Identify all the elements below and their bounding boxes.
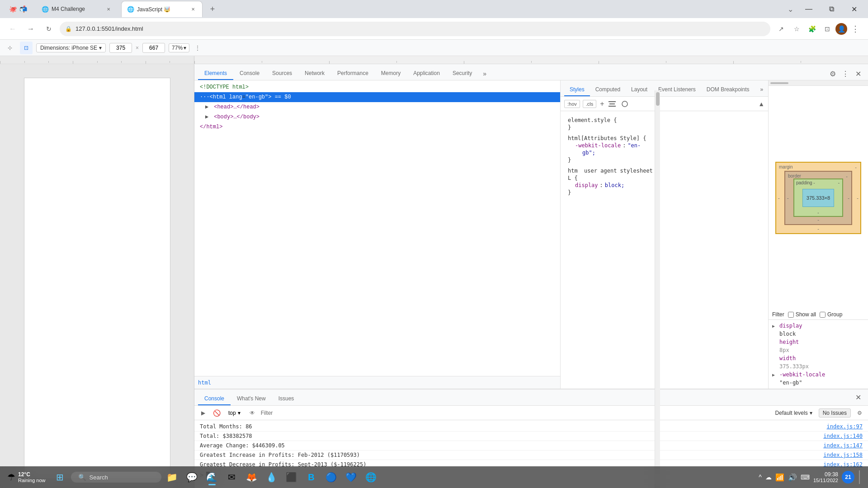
weather-widget[interactable]: ☂ 12°C Raining now	[4, 471, 49, 483]
display-expand-icon[interactable]: ▶	[772, 324, 778, 328]
console-source-3[interactable]: index.js:147	[823, 442, 863, 449]
tray-time[interactable]: 09:38 15/11/2022	[813, 471, 838, 483]
console-source-1[interactable]: index.js:97	[827, 423, 863, 430]
tab-application[interactable]: Application	[407, 67, 446, 80]
tray-chevron-icon[interactable]: ^	[759, 474, 762, 481]
share-button[interactable]: ↗	[774, 22, 788, 36]
styles-scroll-button[interactable]: ▲	[758, 100, 764, 108]
doctype-line[interactable]: <!DOCTYPE html>	[194, 82, 560, 92]
new-rule-button[interactable]	[607, 99, 617, 109]
console-source-2[interactable]: index.js:140	[823, 433, 863, 439]
taskbar-dropbox[interactable]: 💧	[263, 468, 281, 486]
show-all-input[interactable]	[788, 312, 794, 318]
body-expand-icon[interactable]: ▶	[205, 113, 211, 121]
console-close-button[interactable]: ✕	[852, 391, 864, 404]
taskbar-chrome[interactable]: 🌐	[362, 468, 380, 486]
eye-button[interactable]: 👁	[247, 408, 257, 418]
group-checkbox[interactable]: Group	[820, 311, 842, 318]
maximize-button[interactable]: ⧉	[821, 0, 842, 18]
tab-memory[interactable]: Memory	[375, 67, 407, 80]
console-clear-button[interactable]: 🚫	[212, 408, 222, 418]
taskbar-battle[interactable]: B	[302, 468, 321, 486]
webkit-expand-icon[interactable]: ▶	[772, 372, 778, 377]
cls-button[interactable]: .cls	[583, 100, 597, 108]
m4-tab-close[interactable]: ✕	[105, 5, 112, 13]
profile-avatar[interactable]: 👤	[835, 23, 847, 35]
head-line[interactable]: ▶ <head>…</head>	[194, 102, 560, 112]
height-input[interactable]	[142, 43, 165, 53]
split-view-button[interactable]: ⊡	[820, 22, 835, 36]
show-all-checkbox[interactable]: Show all	[788, 311, 816, 318]
taskbar-teams[interactable]: 💬	[183, 468, 201, 486]
js-tab[interactable]: 🌐 JavaScript 🤯 ✕	[121, 1, 203, 17]
tray-keyboard-icon[interactable]: ⌨	[801, 474, 810, 481]
tray-wifi-icon[interactable]: 📶	[775, 473, 784, 482]
taskbar-firefox[interactable]: 🦊	[243, 468, 261, 486]
taskbar-app1[interactable]: 🔵	[322, 468, 340, 486]
notification-badge[interactable]: 21	[842, 471, 854, 483]
close-button[interactable]: ✕	[844, 0, 864, 18]
tab-network[interactable]: Network	[298, 67, 331, 80]
console-tab-whats-new[interactable]: What's New	[231, 393, 272, 405]
new-tab-button[interactable]: +	[206, 3, 219, 15]
show-desktop-button[interactable]	[858, 468, 861, 486]
styles-scrollbar[interactable]	[655, 90, 660, 389]
default-levels-selector[interactable]: Default levels ▾	[773, 409, 815, 417]
head-expand-icon[interactable]: ▶	[205, 103, 211, 111]
address-bar[interactable]: 🔒 127.0.0.1:5501/index.html	[60, 22, 770, 36]
subtab-computed[interactable]: Computed	[590, 84, 626, 96]
tray-cloud-icon[interactable]: ☁	[765, 474, 772, 481]
console-run-button[interactable]: ▶	[198, 408, 208, 418]
tab-list-button[interactable]: ⌄	[784, 3, 797, 15]
taskbar-edge[interactable]: 🌊	[203, 468, 221, 486]
console-tab-issues[interactable]: Issues	[272, 393, 301, 405]
back-button[interactable]: ←	[5, 22, 20, 36]
hov-button[interactable]: :hov	[564, 100, 580, 108]
taskbar-mail[interactable]: ✉	[223, 468, 241, 486]
refresh-button[interactable]: ↻	[42, 22, 56, 36]
taskbar-search[interactable]: 🔍 Search	[71, 472, 161, 483]
m4-tab[interactable]: 🌐 M4 Challenge ✕	[36, 1, 118, 17]
tab-sources[interactable]: Sources	[266, 67, 298, 80]
body-line[interactable]: ▶ <body>…</body>	[194, 112, 560, 122]
js-tab-close[interactable]: ✕	[189, 6, 197, 13]
taskbar-vscode[interactable]: 💙	[342, 468, 360, 486]
console-settings-button[interactable]: ⚙	[854, 408, 864, 418]
subtab-dom-breakpoints[interactable]: DOM Breakpoints	[701, 84, 755, 96]
subtab-layout[interactable]: Layout	[626, 84, 653, 96]
add-style-button[interactable]: +	[600, 100, 604, 108]
device-selector[interactable]: Dimensions: iPhone SE ▾	[36, 43, 106, 52]
tray-volume-icon[interactable]: 🔊	[788, 473, 797, 482]
cursor-tool-button[interactable]: ⊹	[4, 42, 16, 54]
html-root-line[interactable]: ···<html lang="en-gb"> == $0	[194, 92, 560, 102]
minimize-button[interactable]: —	[798, 0, 819, 18]
subtab-more[interactable]: »	[755, 84, 768, 96]
dimensions-more-button[interactable]: ⋮	[195, 45, 200, 51]
taskbar-terminal[interactable]: ⬛	[283, 468, 301, 486]
console-source-4[interactable]: index.js:158	[823, 452, 863, 458]
devtools-settings-button[interactable]: ⚙	[826, 67, 839, 80]
toggle-print-button[interactable]	[620, 99, 630, 109]
devtools-close-button[interactable]: ✕	[852, 67, 864, 80]
subtab-styles[interactable]: Styles	[564, 84, 590, 96]
bookmark-button[interactable]: ☆	[789, 22, 804, 36]
tab-performance[interactable]: Performance	[331, 67, 375, 80]
tab-elements[interactable]: Elements	[198, 67, 233, 80]
forward-button[interactable]: →	[24, 22, 38, 36]
browser-menu-button[interactable]: ⋮	[848, 22, 863, 36]
tab-security[interactable]: Security	[446, 67, 478, 80]
width-input[interactable]	[109, 43, 132, 53]
group-input[interactable]	[820, 312, 826, 318]
zoom-selector[interactable]: 77% ▾	[169, 43, 189, 52]
taskbar-file-explorer[interactable]: 📁	[163, 468, 181, 486]
console-tab-console[interactable]: Console	[198, 393, 231, 405]
html-close-line[interactable]: </html>	[194, 122, 560, 132]
start-button[interactable]: ⊞	[51, 468, 69, 486]
extensions-button[interactable]: 🧩	[805, 22, 819, 36]
subtab-event-listeners[interactable]: Event Listeners	[653, 84, 701, 96]
github-tab[interactable]: 🐙 📬	[4, 1, 33, 17]
devtools-more-tabs-button[interactable]: »	[478, 67, 491, 80]
tab-console[interactable]: Console	[233, 67, 266, 80]
top-selector[interactable]: top ▾	[225, 408, 244, 418]
devtools-more-button[interactable]: ⋮	[839, 67, 852, 80]
